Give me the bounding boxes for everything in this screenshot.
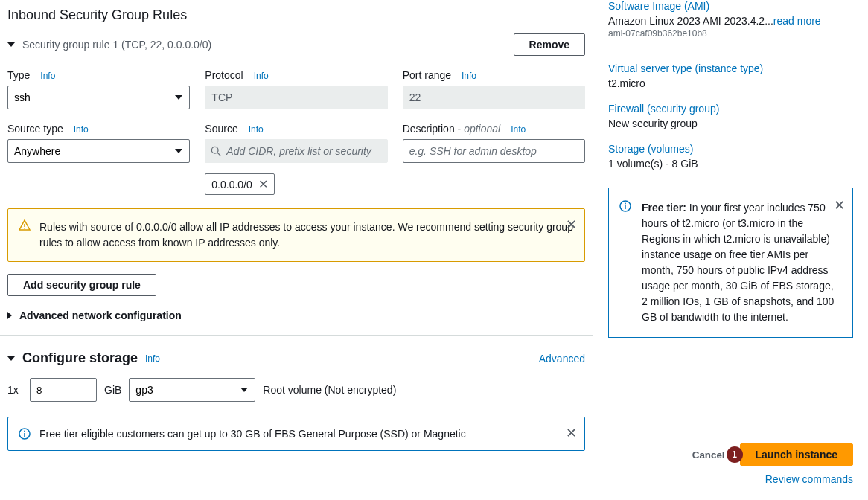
volume-quantity: 1x	[7, 384, 22, 396]
search-icon	[211, 146, 221, 156]
remove-rule-button[interactable]: Remove	[514, 33, 585, 56]
rule-collapse-toggle[interactable]	[7, 42, 15, 47]
storage-info-link[interactable]: Info	[145, 353, 160, 364]
port-range-value: 22	[403, 86, 585, 109]
advanced-network-label: Advanced network configuration	[19, 310, 182, 321]
svg-point-3	[24, 228, 25, 229]
info-icon	[619, 200, 631, 212]
svg-point-0	[212, 147, 219, 153]
rule-summary: Security group rule 1 (TCP, 22, 0.0.0.0/…	[22, 39, 211, 51]
add-security-group-rule-button[interactable]: Add security group rule	[7, 274, 156, 296]
storage-free-tier-info: Free tier eligible customers can get up …	[7, 417, 585, 451]
svg-point-5	[24, 431, 25, 432]
close-storage-info-icon[interactable]: ✕	[566, 425, 577, 441]
warning-text: Rules with source of 0.0.0.0/0 allow all…	[39, 219, 574, 251]
svg-point-8	[625, 203, 626, 205]
volume-unit: GiB	[104, 384, 121, 396]
summary-instance-type-link[interactable]: Virtual server type (instance type)	[608, 62, 853, 74]
section-divider	[0, 335, 593, 336]
review-commands-link[interactable]: Review commands	[765, 473, 853, 485]
description-input[interactable]	[403, 139, 585, 163]
protocol-info-link[interactable]: Info	[254, 71, 269, 81]
source-info-link[interactable]: Info	[249, 124, 264, 135]
launch-instance-button[interactable]: Launch instance	[740, 443, 853, 466]
storage-advanced-link[interactable]: Advanced	[539, 353, 585, 365]
type-select[interactable]: ssh	[7, 86, 190, 109]
description-label: Description - optional	[403, 123, 501, 135]
close-warning-icon[interactable]: ✕	[566, 217, 577, 233]
summary-instance-type: t2.micro	[608, 77, 853, 89]
description-info-link[interactable]: Info	[511, 124, 526, 135]
port-range-label: Port range	[403, 69, 451, 81]
summary-firewall-link[interactable]: Firewall (security group)	[608, 103, 853, 115]
inbound-rules-title: Inbound Security Group Rules	[7, 7, 585, 23]
summary-ami-link[interactable]: Software Image (AMI)	[608, 0, 853, 12]
cidr-chip-text: 0.0.0.0/0	[211, 179, 252, 190]
chevron-right-icon	[7, 312, 12, 319]
volume-size-input[interactable]	[30, 378, 97, 402]
source-label: Source	[205, 123, 237, 135]
advanced-network-toggle[interactable]: Advanced network configuration	[7, 310, 585, 321]
source-input[interactable]	[205, 139, 387, 163]
summary-storage-value: 1 volume(s) - 8 GiB	[608, 158, 853, 170]
summary-ami-id: ami-07caf09b362be10b8	[608, 28, 853, 39]
free-tier-text: In your first year includes 750 hours of…	[642, 202, 834, 323]
close-free-tier-icon[interactable]: ✕	[834, 196, 845, 216]
port-info-link[interactable]: Info	[462, 71, 476, 81]
configure-storage-title: Configure storage	[22, 350, 138, 366]
protocol-value: TCP	[205, 86, 387, 109]
svg-line-1	[218, 153, 221, 156]
summary-ami-name: Amazon Linux 2023 AMI 2023.4.2...read mo…	[608, 15, 853, 27]
summary-firewall-value: New security group	[608, 118, 853, 129]
open-cidr-warning: Rules with source of 0.0.0.0/0 allow all…	[7, 208, 585, 262]
summary-storage-link[interactable]: Storage (volumes)	[608, 143, 853, 155]
type-label: Type	[7, 69, 30, 81]
ami-read-more-link[interactable]: read more	[773, 15, 821, 27]
free-tier-box: ✕ Free tier: In your first year includes…	[608, 188, 853, 338]
source-type-label: Source type	[7, 123, 63, 135]
volume-type-select[interactable]: gp3	[129, 378, 255, 402]
cancel-button[interactable]: Cancel	[692, 449, 725, 461]
free-tier-label: Free tier:	[642, 202, 686, 214]
root-volume-label: Root volume (Not encrypted)	[263, 384, 396, 396]
remove-cidr-icon[interactable]: ✕	[258, 177, 268, 191]
source-type-select[interactable]: Anywhere	[7, 139, 190, 163]
storage-free-tier-text: Free tier eligible customers can get up …	[39, 428, 466, 440]
source-type-info-link[interactable]: Info	[74, 124, 89, 135]
step-badge: 1	[727, 446, 743, 463]
info-icon	[19, 428, 31, 440]
source-cidr-chip: 0.0.0.0/0 ✕	[205, 173, 275, 195]
warning-icon	[19, 219, 31, 231]
type-info-link[interactable]: Info	[40, 71, 55, 81]
storage-collapse-toggle[interactable]	[7, 356, 15, 361]
protocol-label: Protocol	[205, 69, 243, 81]
